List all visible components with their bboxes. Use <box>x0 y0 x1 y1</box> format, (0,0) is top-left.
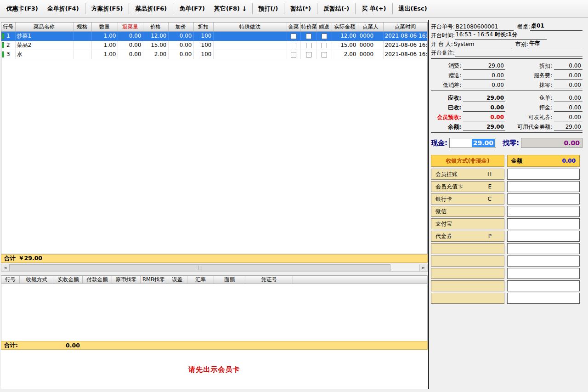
bank-card-button[interactable]: 银行卡 C <box>431 193 504 205</box>
toolbar-separator <box>129 3 129 14</box>
stats-row: 消费: 29.00 折扣: 0.00 <box>431 60 582 70</box>
horizontal-scrollbar[interactable]: ◄ ► <box>1 264 428 272</box>
scheme-discount-button[interactable]: 方案折(F5) <box>87 2 128 15</box>
row-indicator-icon <box>2 42 4 48</box>
column-header[interactable]: 行号 <box>1 276 20 284</box>
pay-bill-button[interactable]: 买 单(+) <box>357 2 390 15</box>
gift-checkbox[interactable] <box>322 52 327 57</box>
column-header[interactable]: 套菜 <box>287 23 300 31</box>
column-header[interactable]: 价格 <box>143 23 168 31</box>
voucher-amount-input[interactable] <box>507 231 580 242</box>
order-row[interactable]: 3 水 1.00 0.00 2.00 0.00 100 2.00 0000 20… <box>1 50 427 59</box>
temp-settle-button[interactable]: 暂结(*) <box>286 2 316 15</box>
alipay-amount-input[interactable] <box>507 218 580 229</box>
column-header[interactable]: 付款金额 <box>83 276 112 284</box>
pre-print-button[interactable]: 预打(/) <box>254 2 283 15</box>
cash-input[interactable]: 29.00 <box>449 138 496 148</box>
column-header[interactable]: 特殊做法 <box>213 23 287 31</box>
scroll-right-arrow-icon[interactable]: ► <box>419 264 427 271</box>
column-header[interactable]: RMB找零 <box>141 276 167 284</box>
order-row[interactable]: 2 菜品2 1.00 0.00 15.00 0.00 100 15.00 000… <box>1 40 427 50</box>
column-header[interactable]: 赠送 <box>317 23 332 31</box>
toolbar-separator <box>85 3 85 14</box>
empty-payment-button[interactable] <box>431 280 504 291</box>
member-stored-card-button[interactable]: 会员充值卡 E <box>431 181 504 192</box>
gift-checkbox[interactable] <box>322 34 327 39</box>
scroll-left-arrow-icon[interactable]: ◄ <box>1 264 9 271</box>
empty-payment-button[interactable] <box>431 268 504 279</box>
column-header[interactable]: 折扣 <box>193 23 213 31</box>
free-order-button[interactable]: 免单(F7) <box>175 2 209 15</box>
special-price-checkbox[interactable] <box>306 43 311 48</box>
payment-total-label: 合计: <box>4 341 18 349</box>
column-header-return-qty[interactable]: 退菜量 <box>118 23 143 31</box>
column-header[interactable]: 加价 <box>168 23 193 31</box>
order-total-label: 合计 <box>4 255 16 262</box>
column-header[interactable]: 汇率 <box>187 276 214 284</box>
dropdown-arrow-icon: ↓ <box>242 5 251 12</box>
bill-no-label: 开台单号: <box>431 23 455 31</box>
combo-checkbox[interactable] <box>291 43 296 48</box>
bill-info-row: 开台单号: B21080600001 餐桌: 桌01 <box>431 22 582 31</box>
scrollbar-thumb[interactable] <box>9 264 390 271</box>
column-header[interactable]: 行号 <box>1 23 15 31</box>
column-header[interactable]: 收银方式 <box>20 276 54 284</box>
payment-grid-body[interactable] <box>1 284 428 341</box>
empty-amount-input[interactable] <box>507 268 580 279</box>
change-display: 0.00 <box>521 138 582 148</box>
combo-checkbox[interactable] <box>291 34 296 39</box>
special-price-checkbox[interactable] <box>306 52 311 57</box>
discount-card-button[interactable]: 优惠卡(F3) <box>2 2 43 15</box>
column-header[interactable]: 实际金额 <box>332 23 358 31</box>
order-row[interactable]: 1 炒菜1 1.00 0.00 12.00 0.00 100 12.00 000… <box>1 31 427 40</box>
column-header[interactable]: 点菜时间 <box>383 23 427 31</box>
empty-payment-button[interactable] <box>431 243 504 254</box>
shortcut-key: P <box>488 233 492 239</box>
alipay-button[interactable]: 支付宝 <box>431 218 504 229</box>
voucher-button[interactable]: 代金券 P <box>431 231 504 242</box>
column-header[interactable]: 规格 <box>73 23 91 31</box>
column-header[interactable]: 实收金额 <box>54 276 83 284</box>
toolbar-separator <box>252 3 253 14</box>
payment-method-row <box>431 243 580 254</box>
empty-payment-button[interactable] <box>431 293 504 304</box>
toolbar-separator <box>392 3 393 14</box>
whole-order-discount-button[interactable]: 全单折(F4) <box>43 2 84 15</box>
empty-amount-input[interactable] <box>507 243 580 254</box>
toolbar-separator <box>284 3 284 14</box>
wechat-pay-button[interactable]: 微信 <box>431 206 504 217</box>
member-stored-card-amount-input[interactable] <box>507 181 580 192</box>
special-price-checkbox[interactable] <box>306 34 311 39</box>
remark-label: 开台备注: <box>431 49 455 57</box>
bank-card-amount-input[interactable] <box>507 193 580 205</box>
column-header[interactable]: 菜品名称 <box>15 23 73 31</box>
empty-amount-input[interactable] <box>507 293 580 304</box>
column-header[interactable]: 特价菜 <box>300 23 317 31</box>
empty-amount-input[interactable] <box>507 256 580 267</box>
checkout-panel: 开台单号: B21080600001 餐桌: 桌01 开台时间: 16:53 -… <box>431 22 582 305</box>
payment-total-bar: 合计: 0.00 <box>1 341 428 350</box>
empty-amount-input[interactable] <box>507 280 580 291</box>
undo-temp-settle-button[interactable]: 反暂结(-) <box>319 2 354 15</box>
member-credit-amount-input[interactable] <box>507 169 580 180</box>
column-header[interactable]: 面额 <box>214 276 245 284</box>
shift-label: 市别: <box>515 40 528 48</box>
combo-checkbox[interactable] <box>291 52 296 57</box>
opener-label: 开 台 人: <box>431 40 453 48</box>
exit-button[interactable]: 退出(Esc) <box>394 2 432 15</box>
other-menu-button[interactable]: 其它(F8) <box>209 2 244 15</box>
wechat-amount-input[interactable] <box>507 206 580 217</box>
column-header[interactable]: 凭证号 <box>245 276 293 284</box>
member-credit-button[interactable]: 会员挂账 H <box>431 169 504 180</box>
gift-checkbox[interactable] <box>322 43 327 48</box>
service-fee-value: 0.00 <box>554 72 582 80</box>
table-value: 桌01 <box>530 22 582 31</box>
payment-method-row: 会员充值卡 E <box>431 181 580 192</box>
column-header[interactable]: 数量 <box>91 23 118 31</box>
empty-payment-button[interactable] <box>431 256 504 267</box>
column-header[interactable]: 点菜人 <box>358 23 383 31</box>
column-header[interactable]: 误差 <box>167 276 187 284</box>
column-header[interactable]: 原币找零 <box>112 276 141 284</box>
min-charge-label: 低消差: <box>431 81 461 89</box>
dish-discount-button[interactable]: 菜品折(F6) <box>130 2 171 15</box>
